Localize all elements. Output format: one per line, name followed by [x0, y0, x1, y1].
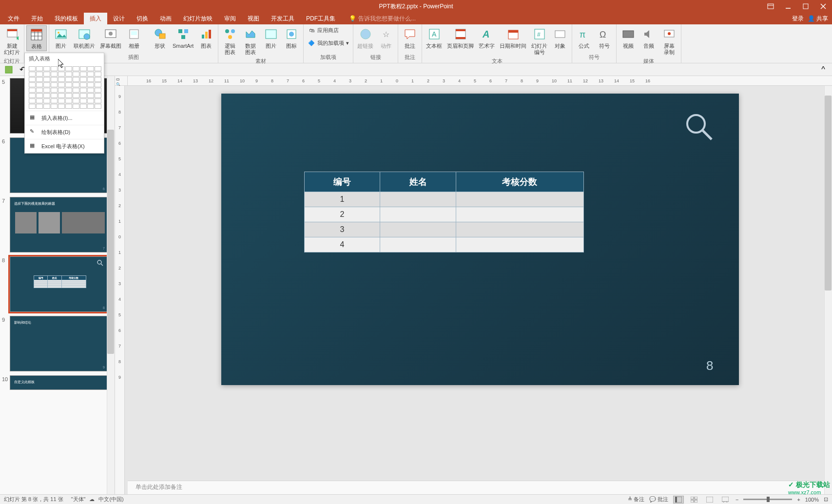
table-header[interactable]: 编号	[304, 172, 380, 192]
menu-animations[interactable]: 动画	[154, 13, 177, 25]
video-button[interactable]: 视频	[619, 25, 638, 50]
equation-button[interactable]: π公式	[574, 25, 594, 50]
save-button[interactable]	[4, 65, 14, 75]
hyperlink-button[interactable]: 超链接	[355, 25, 375, 50]
excel-spreadsheet-item[interactable]: ▦Excel 电子表格(X)	[25, 139, 104, 153]
table-grid-cell[interactable]	[29, 82, 36, 87]
table-header[interactable]: 考核分数	[456, 172, 583, 192]
app-store-button[interactable]: 🛍应用商店	[306, 25, 351, 35]
screenshot-button[interactable]: 屏幕截图	[98, 25, 123, 50]
comment-button[interactable]: 批注	[400, 25, 420, 50]
slideshow-button[interactable]	[720, 496, 731, 504]
draw-table-item[interactable]: ✎绘制表格(D)	[25, 125, 104, 139]
table-header[interactable]: 姓名	[380, 172, 456, 192]
datetime-button[interactable]: 日期和时间	[498, 25, 528, 50]
slide-thumb-10[interactable]: 自定义此模板	[10, 375, 108, 390]
ribbon-display-options[interactable]	[762, 0, 779, 13]
insert-table-item[interactable]: ▦插入表格(I)...	[25, 111, 104, 125]
table-grid-cell[interactable]	[58, 82, 65, 87]
table-grid-cell[interactable]	[95, 104, 101, 109]
menu-view[interactable]: 视图	[242, 13, 265, 25]
table-grid-cell[interactable]	[95, 98, 101, 103]
fit-to-window-button[interactable]: ⊡	[824, 496, 828, 503]
table-grid-cell[interactable]	[95, 82, 101, 87]
table-grid-cell[interactable]	[87, 72, 94, 77]
table-grid-cell[interactable]	[80, 72, 87, 77]
slide-thumb-9[interactable]: 影响和结论9	[10, 316, 108, 371]
table-grid-cell[interactable]	[80, 88, 87, 93]
table-grid-cell[interactable]	[58, 98, 65, 103]
table-grid-cell[interactable]	[51, 66, 58, 71]
menu-review[interactable]: 审阅	[218, 13, 242, 25]
editor-vertical-scrollbar[interactable]	[824, 86, 832, 494]
slide-canvas[interactable]: 编号 姓名 考核分数 1 2 3 4 8	[221, 94, 739, 385]
table-grid-cell[interactable]	[65, 88, 72, 93]
table-grid-cell[interactable]	[36, 104, 43, 109]
table-grid-cell[interactable]	[58, 88, 65, 93]
table-grid-cell[interactable]	[80, 98, 87, 103]
menu-design[interactable]: 设计	[107, 13, 131, 25]
table-grid-cell[interactable]	[51, 93, 58, 98]
table-grid-cell[interactable]	[43, 88, 50, 93]
collapse-ribbon-button[interactable]: ^	[818, 65, 828, 75]
zoom-level[interactable]: 100%	[805, 497, 819, 503]
table-grid-cell[interactable]	[65, 93, 72, 98]
table-grid-cell[interactable]	[58, 72, 65, 77]
shapes-button[interactable]: 形状	[150, 25, 170, 50]
table-grid-cell[interactable]	[95, 66, 101, 71]
table-grid-cell[interactable]	[80, 77, 87, 82]
comments-toggle[interactable]: 💬 批注	[649, 496, 668, 503]
table-grid-cell[interactable]	[36, 72, 43, 77]
table-grid-cell[interactable]	[80, 93, 87, 98]
table-grid-cell[interactable]	[73, 72, 79, 77]
table-grid-cell[interactable]	[87, 104, 94, 109]
table-grid-cell[interactable]	[43, 93, 50, 98]
table-grid-cell[interactable]	[29, 104, 36, 109]
table-grid-cell[interactable]	[80, 104, 87, 109]
data-chart-button[interactable]: 数据 图表	[241, 25, 260, 57]
table-grid-cell[interactable]	[36, 98, 43, 103]
table-grid-cell[interactable]	[73, 66, 79, 71]
table-grid-cell[interactable]	[95, 77, 101, 82]
minimize-button[interactable]	[779, 0, 797, 13]
table-grid-cell[interactable]	[29, 88, 36, 93]
table-grid-cell[interactable]	[80, 82, 87, 87]
table-grid-cell[interactable]	[58, 66, 65, 71]
table-grid-cell[interactable]	[65, 66, 72, 71]
table-grid-cell[interactable]	[51, 98, 58, 103]
table-grid-cell[interactable]	[51, 82, 58, 87]
table-grid-cell[interactable]	[51, 88, 58, 93]
table-grid-cell[interactable]	[87, 98, 94, 103]
table-grid-cell[interactable]	[87, 88, 94, 93]
table-grid-cell[interactable]	[43, 77, 50, 82]
slide-from-template-button[interactable]: ▭	[116, 77, 126, 81]
table-grid-cell[interactable]	[51, 77, 58, 82]
table-grid-cell[interactable]	[36, 77, 43, 82]
menu-slideshow[interactable]: 幻灯片放映	[177, 13, 218, 25]
table-grid-cell[interactable]	[95, 88, 101, 93]
menu-insert[interactable]: 插入	[84, 13, 107, 25]
smartart-button[interactable]: SmartArt	[171, 25, 195, 50]
online-pictures-button[interactable]: 联机图片	[72, 25, 97, 50]
table-grid-cell[interactable]	[43, 104, 50, 109]
menu-transitions[interactable]: 切换	[131, 13, 154, 25]
table-grid-cell[interactable]	[87, 82, 94, 87]
icon-material-button[interactable]: 图标	[282, 25, 301, 50]
table-grid-cell[interactable]	[43, 66, 50, 71]
slide-sorter-button[interactable]	[689, 496, 699, 504]
my-addins-button[interactable]: 🔷我的加载项 ▾	[306, 38, 351, 48]
table-grid-cell[interactable]	[73, 77, 79, 82]
table-grid-cell[interactable]	[65, 98, 72, 103]
table-grid-cell[interactable]	[58, 77, 65, 82]
table-grid-cell[interactable]	[29, 98, 36, 103]
notes-toggle[interactable]: ≜ 备注	[628, 496, 644, 503]
table-grid-cell[interactable]	[87, 77, 94, 82]
table-grid-cell[interactable]	[73, 98, 79, 103]
table-grid-cell[interactable]	[80, 66, 87, 71]
table-grid-cell[interactable]	[65, 77, 72, 82]
slide-data-table[interactable]: 编号 姓名 考核分数 1 2 3 4	[304, 172, 584, 252]
table-grid-cell[interactable]	[73, 93, 79, 98]
zoom-out-button[interactable]: −	[735, 497, 738, 503]
audio-button[interactable]: 音频	[639, 25, 658, 50]
table-grid-cell[interactable]	[65, 82, 72, 87]
